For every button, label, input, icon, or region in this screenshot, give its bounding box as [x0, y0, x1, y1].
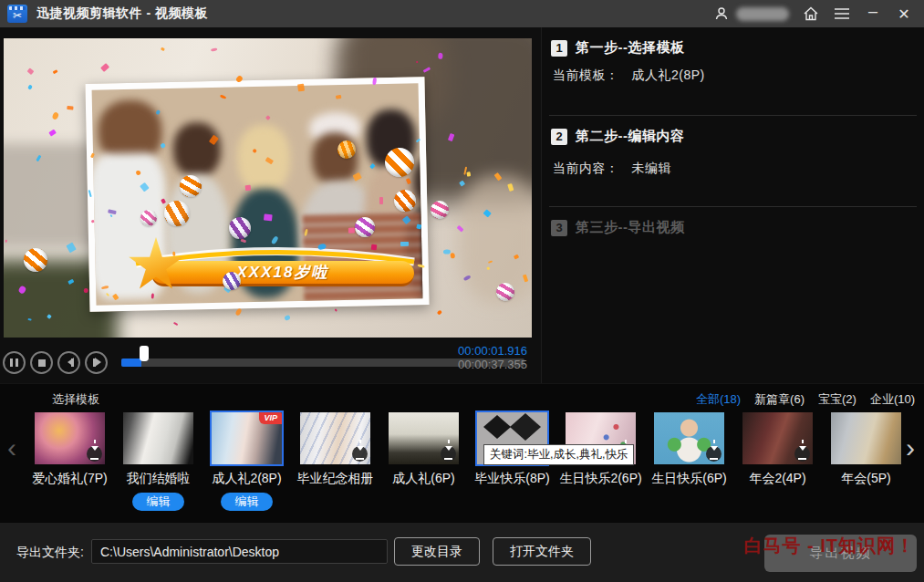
download-icon[interactable]	[352, 446, 368, 462]
confetti-particle	[335, 309, 337, 312]
people-blob	[172, 122, 221, 178]
next-frame-button[interactable]	[85, 351, 108, 374]
progress-fill	[121, 359, 141, 367]
template-label: 生日快乐(6P)	[651, 471, 726, 487]
template-tab-2[interactable]: 宝宝(2)	[818, 391, 857, 408]
template-thumbnail[interactable]	[654, 412, 724, 464]
template-item[interactable]: 爱心婚礼(7P)	[35, 412, 105, 511]
title-bar: ✂ 迅捷视频剪辑软件 - 视频模板 – ✕	[0, 0, 924, 27]
template-thumbnail[interactable]	[742, 412, 813, 464]
template-label: 成人礼2(8P)	[212, 471, 281, 487]
template-item[interactable]: 生日快乐(6P)	[654, 412, 724, 511]
step-1-badge: 1	[551, 40, 567, 57]
export-path-input[interactable]	[91, 539, 388, 564]
stop-button[interactable]	[30, 351, 53, 374]
download-icon[interactable]	[441, 446, 456, 462]
current-content-value: 未编辑	[632, 161, 672, 175]
step-3-badge: 3	[551, 220, 567, 236]
download-icon[interactable]	[706, 446, 722, 462]
confetti-particle	[264, 214, 272, 222]
preview-pane: XXX18岁啦 00:00:01.916 00:00:37.355	[0, 27, 541, 383]
confetti-particle	[442, 249, 451, 255]
confetti-particle	[298, 84, 306, 92]
confetti-particle	[151, 292, 154, 298]
template-tab-1[interactable]: 新篇章(6)	[754, 391, 805, 408]
scroll-left-chevron-icon[interactable]: ‹	[7, 434, 16, 462]
close-button[interactable]: ✕	[895, 5, 913, 23]
step-1-header: 1 第一步--选择模板	[551, 39, 685, 57]
template-label: 年会2(4P)	[749, 471, 805, 487]
account-area[interactable]	[712, 5, 789, 23]
confetti-particle	[100, 63, 109, 72]
minimize-button[interactable]: –	[864, 2, 882, 20]
step-3-header: 3 第三步--导出视频	[551, 219, 685, 236]
party-ball	[385, 148, 414, 177]
confetti-particle	[416, 224, 421, 230]
vip-badge: VIP	[259, 412, 282, 424]
party-ball	[180, 175, 202, 197]
confetti-particle	[245, 185, 252, 191]
template-section-title: 选择模板	[52, 391, 99, 408]
divider	[549, 115, 917, 116]
confetti-particle	[52, 111, 59, 120]
confetti-particle	[49, 129, 57, 136]
template-item[interactable]: 毕业纪念相册	[300, 412, 370, 511]
confetti-particle	[400, 241, 409, 245]
template-thumbnail[interactable]	[123, 412, 193, 464]
current-time: 00:00:01.916	[458, 344, 527, 358]
confetti-particle	[172, 322, 178, 327]
change-directory-button[interactable]: 更改目录	[394, 537, 480, 566]
template-thumbnail[interactable]	[35, 412, 105, 464]
step-2-header: 2 第二步--编辑内容	[551, 128, 685, 145]
confetti-particle	[370, 244, 376, 251]
scroll-right-chevron-icon[interactable]: ›	[906, 434, 915, 462]
confetti-particle	[437, 309, 442, 315]
party-ball	[394, 190, 416, 212]
template-tab-0[interactable]: 全部(18)	[696, 391, 741, 408]
template-thumbnail[interactable]: VIP	[212, 412, 282, 464]
export-bar: 导出文件夹: 更改目录 打开文件夹 导出视频 白马号 - IT知识网！	[0, 522, 924, 582]
template-edit-button[interactable]: 编辑	[132, 493, 184, 511]
template-label: 我们结婚啦	[127, 471, 191, 487]
template-thumbnail[interactable]	[300, 412, 370, 464]
player-controls: 00:00:01.916 00:00:37.355	[0, 342, 541, 383]
template-item[interactable]: 年会2(4P)	[742, 412, 813, 511]
template-tab-3[interactable]: 企业(10)	[870, 391, 915, 408]
template-thumbnail[interactable]	[831, 412, 901, 464]
confetti-particle	[451, 253, 455, 259]
confetti-particle	[84, 288, 88, 293]
download-icon[interactable]	[794, 446, 810, 462]
party-ball	[164, 201, 190, 226]
template-thumbnail[interactable]	[389, 412, 459, 464]
progress-handle[interactable]	[140, 346, 149, 361]
export-video-button[interactable]: 导出视频	[764, 535, 917, 572]
export-folder-label: 导出文件夹:	[16, 545, 84, 561]
confetti-particle	[161, 47, 165, 51]
username-blurred	[736, 7, 789, 21]
confetti-particle	[26, 68, 34, 76]
confetti-particle	[467, 171, 472, 177]
party-ball	[140, 210, 157, 226]
template-label: 爱心婚礼(7P)	[32, 471, 107, 487]
template-edit-button[interactable]: 编辑	[221, 493, 273, 511]
download-icon[interactable]	[87, 446, 102, 462]
step-2-status: 当前内容：未编辑	[553, 161, 671, 177]
menu-icon[interactable]	[833, 5, 851, 23]
pause-button[interactable]	[3, 351, 26, 374]
template-label: 成人礼(6P)	[392, 471, 454, 487]
confetti-particle	[172, 251, 175, 255]
banner-text: XXX18岁啦	[237, 262, 329, 283]
template-list: 爱心婚礼(7P) 我们结婚啦 编辑 VIP 成人礼2(8P) 编辑 毕业纪念相册	[35, 412, 901, 511]
prev-frame-button[interactable]	[57, 351, 80, 374]
confetti-particle	[66, 106, 73, 110]
home-icon[interactable]	[802, 5, 820, 23]
open-folder-button[interactable]: 打开文件夹	[493, 537, 591, 566]
template-item[interactable]: VIP 成人礼2(8P) 编辑	[212, 412, 282, 511]
template-label: 生日快乐2(6P)	[559, 471, 641, 487]
template-item[interactable]: 成人礼(6P)	[389, 412, 459, 511]
party-ball	[24, 248, 47, 272]
template-item[interactable]: 我们结婚啦 编辑	[123, 412, 193, 511]
video-preview[interactable]: XXX18岁啦	[4, 38, 532, 338]
template-item[interactable]: 年会(5P)	[831, 412, 901, 511]
step-3-title: 第三步--导出视频	[576, 219, 685, 236]
